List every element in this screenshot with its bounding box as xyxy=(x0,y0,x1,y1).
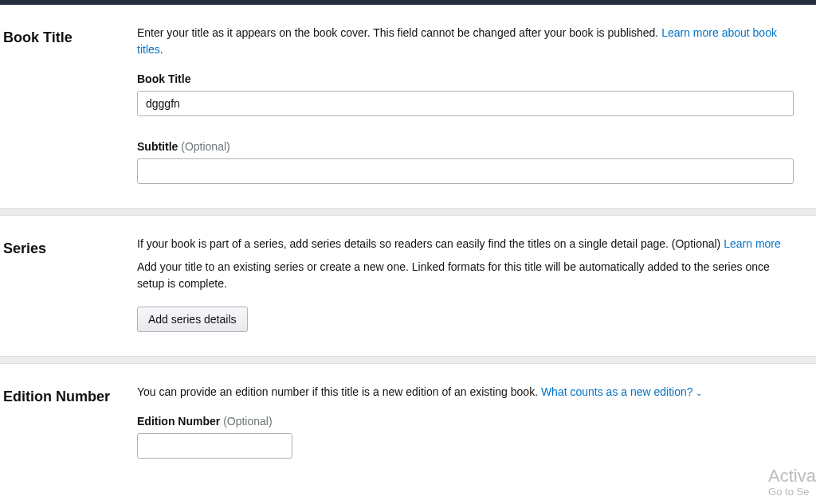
chevron-down-icon: ⌄ xyxy=(696,387,702,399)
label-book-title: Book Title xyxy=(137,72,794,85)
section-label-book-title: Book Title xyxy=(3,25,137,184)
section-series: Series If your book is part of a series,… xyxy=(0,216,816,356)
what-counts-new-edition-link[interactable]: What counts as a new edition?⌄ xyxy=(541,385,702,398)
divider xyxy=(0,356,816,364)
label-subtitle-optional: (Optional) xyxy=(181,140,230,153)
description-series-2: Add your title to an existing series or … xyxy=(137,259,794,292)
label-edition-text: Edition Number xyxy=(137,415,223,428)
label-subtitle: Subtitle (Optional) xyxy=(137,140,794,153)
input-edition-number[interactable] xyxy=(137,433,292,459)
section-book-title: Book Title Enter your title as it appear… xyxy=(0,5,816,208)
add-series-details-button[interactable]: Add series details xyxy=(137,307,248,332)
label-edition-optional: (Optional) xyxy=(223,415,272,428)
section-content-series: If your book is part of a series, add se… xyxy=(137,236,816,332)
description-series-text: If your book is part of a series, add se… xyxy=(137,237,724,250)
link-text-new-edition: What counts as a new edition? xyxy=(541,385,693,398)
input-book-title[interactable] xyxy=(137,91,794,116)
label-subtitle-text: Subtitle xyxy=(137,140,181,153)
section-content-edition-number: You can provide an edition number if thi… xyxy=(137,384,816,459)
label-edition-number: Edition Number (Optional) xyxy=(137,415,794,428)
description-series-1: If your book is part of a series, add se… xyxy=(137,236,794,252)
description-book-title: Enter your title as it appears on the bo… xyxy=(137,25,794,58)
section-edition-number: Edition Number You can provide an editio… xyxy=(0,364,816,467)
field-block-book-title: Book Title xyxy=(137,72,794,116)
heading-book-title: Book Title xyxy=(3,29,129,46)
learn-more-series-link[interactable]: Learn more xyxy=(724,237,781,250)
section-label-series: Series xyxy=(3,236,137,332)
heading-edition-number: Edition Number xyxy=(3,389,129,405)
section-label-edition-number: Edition Number xyxy=(3,384,137,459)
heading-series: Series xyxy=(3,240,129,257)
description-text: Enter your title as it appears on the bo… xyxy=(137,26,661,39)
divider xyxy=(0,208,816,216)
field-block-subtitle: Subtitle (Optional) xyxy=(137,140,794,184)
description-edition-number: You can provide an edition number if thi… xyxy=(137,384,794,400)
input-subtitle[interactable] xyxy=(137,158,794,184)
description-edition-text: You can provide an edition number if thi… xyxy=(137,385,541,398)
description-suffix: . xyxy=(160,43,163,56)
field-block-edition-number: Edition Number (Optional) xyxy=(137,415,794,459)
section-content-book-title: Enter your title as it appears on the bo… xyxy=(137,25,816,184)
